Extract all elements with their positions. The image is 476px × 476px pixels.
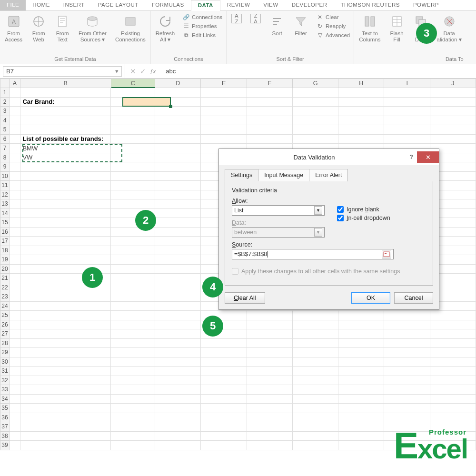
cell-A10[interactable]: [10, 172, 20, 181]
cell-J33[interactable]: [430, 385, 476, 395]
in-cell-dropdown-checkbox[interactable]: In-cell dropdown: [337, 215, 390, 221]
tab-home[interactable]: HOME: [26, 0, 57, 10]
cell-A26[interactable]: [10, 320, 20, 330]
cell-I27[interactable]: [384, 329, 430, 339]
cell-G26[interactable]: [293, 320, 338, 330]
cell-D27[interactable]: [155, 329, 201, 339]
row-header[interactable]: 23: [0, 292, 10, 302]
cell-C30[interactable]: [111, 357, 155, 367]
cell-E35[interactable]: [201, 404, 247, 413]
cell-I35[interactable]: [384, 404, 430, 413]
cell-H35[interactable]: [338, 404, 384, 413]
cell-D5[interactable]: [155, 125, 201, 135]
cell-B24[interactable]: [20, 302, 111, 311]
cell-B34[interactable]: [20, 395, 111, 404]
cell-G36[interactable]: [293, 413, 338, 423]
cell-F31[interactable]: [247, 367, 293, 376]
cell-C34[interactable]: [111, 395, 155, 404]
row-header[interactable]: 36: [0, 413, 10, 423]
cell-B16[interactable]: [20, 228, 111, 237]
cell-B37[interactable]: [20, 422, 111, 432]
cell-D30[interactable]: [155, 357, 201, 367]
row-header[interactable]: 15: [0, 218, 10, 228]
cell-B25[interactable]: [20, 311, 111, 320]
col-header-E[interactable]: E: [201, 79, 247, 88]
cell-F4[interactable]: [247, 116, 293, 126]
cell-G1[interactable]: [293, 88, 338, 98]
cell-F1[interactable]: [247, 88, 293, 98]
cell-B18[interactable]: [20, 246, 111, 256]
cell-A2[interactable]: [10, 98, 20, 107]
cell-E29[interactable]: [201, 348, 247, 357]
cell-G39[interactable]: [293, 441, 338, 450]
cell-C3[interactable]: [111, 107, 155, 116]
cell-B35[interactable]: [20, 404, 111, 413]
cell-H31[interactable]: [338, 367, 384, 376]
cell-E32[interactable]: [201, 376, 247, 386]
cell-E39[interactable]: [201, 441, 247, 450]
cancel-entry-icon[interactable]: ✕: [130, 67, 136, 76]
cell-F3[interactable]: [247, 107, 293, 116]
dialog-close-button[interactable]: ✕: [417, 151, 439, 163]
cell-F28[interactable]: [247, 339, 293, 348]
cell-B12[interactable]: [20, 190, 111, 200]
cell-A5[interactable]: [10, 125, 20, 135]
tab-powerp[interactable]: POWERP: [407, 0, 446, 10]
cell-A18[interactable]: [10, 246, 20, 256]
cell-J29[interactable]: [430, 348, 476, 357]
cell-J30[interactable]: [430, 357, 476, 367]
row-header[interactable]: 31: [0, 367, 10, 376]
cell-B8[interactable]: VW: [20, 153, 111, 163]
cell-I3[interactable]: [384, 107, 430, 116]
cell-J3[interactable]: [430, 107, 476, 116]
cell-G37[interactable]: [293, 422, 338, 432]
row-header[interactable]: 33: [0, 385, 10, 395]
row-header[interactable]: 17: [0, 237, 10, 246]
cell-G27[interactable]: [293, 329, 338, 339]
tab-developer[interactable]: DEVELOPER: [285, 0, 334, 10]
cell-D7[interactable]: [155, 144, 201, 153]
cell-D16[interactable]: [155, 228, 201, 237]
text-to-columns-button[interactable]: Text to Columns: [357, 13, 382, 43]
properties-button[interactable]: ☰Properties: [181, 22, 218, 30]
tab-file[interactable]: FILE: [0, 0, 26, 10]
col-header-G[interactable]: G: [293, 79, 338, 88]
cell-H32[interactable]: [338, 376, 384, 386]
cell-E6[interactable]: [201, 135, 247, 144]
cell-H5[interactable]: [338, 125, 384, 135]
cell-C10[interactable]: [111, 172, 155, 181]
col-header-C[interactable]: C: [111, 79, 156, 88]
col-header-H[interactable]: H: [338, 79, 384, 88]
cell-G2[interactable]: [293, 98, 338, 107]
cell-H27[interactable]: [338, 329, 384, 339]
cell-D2[interactable]: [155, 98, 201, 107]
cell-A11[interactable]: [10, 181, 20, 190]
advanced-filter-button[interactable]: ▽Advanced: [315, 31, 351, 40]
cell-D23[interactable]: [155, 292, 201, 302]
row-header[interactable]: 39: [0, 441, 10, 450]
cell-A39[interactable]: [10, 441, 20, 450]
row-header[interactable]: 22: [0, 283, 10, 293]
cell-D3[interactable]: [155, 107, 201, 116]
cell-C4[interactable]: [111, 116, 155, 126]
cell-C27[interactable]: [111, 329, 155, 339]
name-box[interactable]: B7▾: [3, 66, 122, 77]
col-header-J[interactable]: J: [430, 79, 476, 88]
filter-button[interactable]: Filter: [291, 13, 310, 38]
cell-A19[interactable]: [10, 255, 20, 265]
tab-insert[interactable]: INSERT: [57, 0, 91, 10]
cell-D10[interactable]: [155, 172, 201, 181]
cell-I6[interactable]: [384, 135, 430, 144]
cell-F29[interactable]: [247, 348, 293, 357]
row-header[interactable]: 28: [0, 339, 10, 348]
cell-D37[interactable]: [155, 422, 201, 432]
cell-B28[interactable]: [20, 339, 111, 348]
cell-B4[interactable]: [20, 116, 111, 126]
cell-A9[interactable]: [10, 162, 20, 172]
cell-B9[interactable]: [20, 162, 111, 172]
cell-E2[interactable]: [201, 98, 247, 107]
cell-D1[interactable]: [155, 88, 201, 98]
sort-asc-button[interactable]: AZ: [229, 13, 244, 24]
cell-B15[interactable]: [20, 218, 111, 228]
cell-J31[interactable]: [430, 367, 476, 376]
